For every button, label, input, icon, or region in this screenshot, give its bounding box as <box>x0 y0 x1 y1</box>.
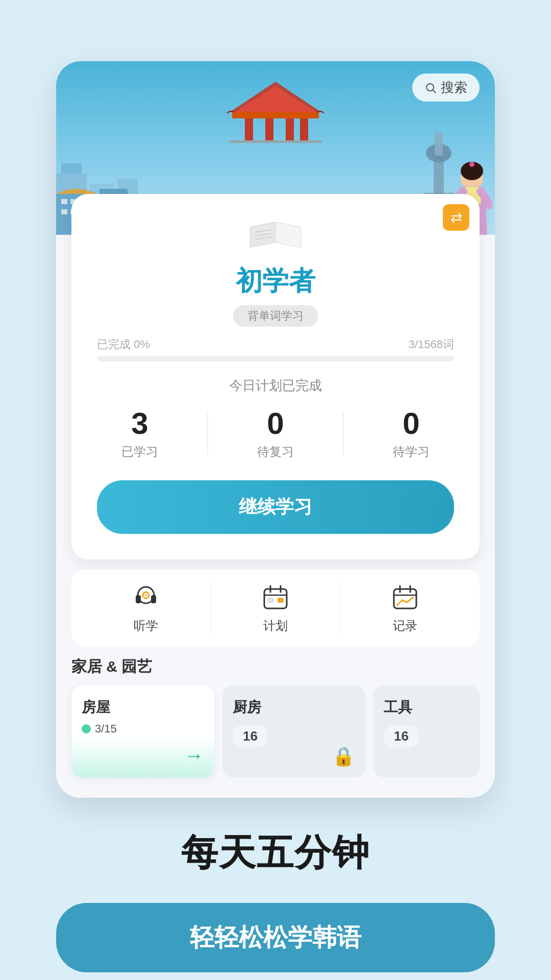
calendar-chart-icon <box>390 582 420 612</box>
stat-review: 0 待复习 <box>257 407 294 460</box>
cat-arrow-house: → <box>184 744 204 767</box>
stat-review-label: 待复习 <box>257 444 294 460</box>
nav-item-plan[interactable]: 计划 <box>211 582 341 634</box>
cat-title-tools: 工具 <box>384 698 469 717</box>
stat-review-number: 0 <box>257 407 294 440</box>
svg-rect-32 <box>151 595 156 603</box>
stat-divider-2 <box>343 412 344 455</box>
icon-navigation: 听学 计划 <box>71 570 480 646</box>
study-subtitle: 背单词学习 <box>233 305 318 327</box>
cat-count-tools: 16 <box>384 725 419 747</box>
nav-label-record: 记录 <box>393 618 417 634</box>
badge-dot-house <box>82 724 91 733</box>
svg-rect-4 <box>265 118 273 143</box>
category-row: 房屋 3/15 → 厨房 16 🔒 工具 16 <box>71 685 480 777</box>
progress-count: 3/1568词 <box>409 337 454 352</box>
cat-title-house: 房屋 <box>82 698 204 717</box>
stat-pending: 0 待学习 <box>393 407 430 460</box>
svg-point-0 <box>427 84 434 91</box>
search-label: 搜索 <box>441 79 467 96</box>
nav-label-listen: 听学 <box>134 618 158 634</box>
svg-rect-31 <box>136 595 141 603</box>
stats-row: 3 已学习 0 待复习 0 待学习 <box>97 407 454 460</box>
search-button[interactable]: 搜索 <box>412 74 480 102</box>
nav-item-listen[interactable]: 听学 <box>82 582 211 634</box>
category-card-house[interactable]: 房屋 3/15 → <box>71 685 214 777</box>
book-icon <box>240 214 311 255</box>
svg-line-1 <box>433 90 436 93</box>
stat-divider-1 <box>207 412 208 455</box>
bottom-tagline: 每天五分钟 <box>181 828 370 877</box>
calendar-plan-icon <box>260 582 291 612</box>
svg-rect-16 <box>61 209 67 214</box>
main-content-area: ⇄ 初学者 背单词学习 已完成 0% <box>56 194 495 798</box>
stat-pending-label: 待学习 <box>393 444 430 460</box>
progress-percent: 已完成 0% <box>97 337 150 352</box>
svg-rect-39 <box>268 598 273 602</box>
stat-learned-number: 3 <box>121 407 158 440</box>
svg-rect-3 <box>245 118 253 143</box>
bottom-section: 每天五分钟 轻轻松松学韩语 <box>0 798 551 980</box>
category-section-title: 家居 & 园艺 <box>71 656 480 677</box>
stat-learned: 3 已学习 <box>121 407 158 460</box>
progress-row: 已完成 0% 3/1568词 <box>97 337 454 352</box>
cat-progress-house: 3/15 <box>82 722 204 736</box>
cat-title-kitchen: 厨房 <box>233 698 355 717</box>
stat-pending-number: 0 <box>393 407 430 440</box>
nav-item-record[interactable]: 记录 <box>340 582 469 634</box>
book-illustration-area <box>97 214 454 255</box>
study-title: 初学者 <box>97 263 454 299</box>
cat-count-kitchen: 16 <box>233 725 268 747</box>
svg-rect-2 <box>232 112 319 118</box>
svg-rect-7 <box>230 140 321 143</box>
svg-point-26 <box>469 162 474 167</box>
cta-button[interactable]: 轻轻松松学韩语 <box>56 903 495 972</box>
study-card: ⇄ 初学者 背单词学习 已完成 0% <box>71 194 480 559</box>
category-card-tools[interactable]: 工具 16 <box>373 685 480 777</box>
daily-complete-label: 今日计划已完成 <box>97 377 454 395</box>
category-card-kitchen[interactable]: 厨房 16 🔒 <box>222 685 365 777</box>
svg-point-34 <box>145 594 147 596</box>
app-screenshot-card: 搜索 <box>56 61 495 798</box>
nav-label-plan: 计划 <box>263 618 288 634</box>
lock-icon-kitchen: 🔒 <box>332 746 355 767</box>
progress-bar-bg <box>97 356 454 361</box>
svg-rect-14 <box>61 199 67 204</box>
stat-learned-label: 已学习 <box>121 444 158 460</box>
headphones-icon <box>131 582 161 612</box>
svg-rect-5 <box>286 118 294 143</box>
svg-rect-20 <box>435 133 443 156</box>
svg-rect-40 <box>278 598 283 602</box>
palace-illustration <box>224 71 327 143</box>
svg-rect-9 <box>61 163 82 174</box>
svg-rect-6 <box>300 118 308 143</box>
continue-learning-button[interactable]: 继续学习 <box>97 480 454 534</box>
